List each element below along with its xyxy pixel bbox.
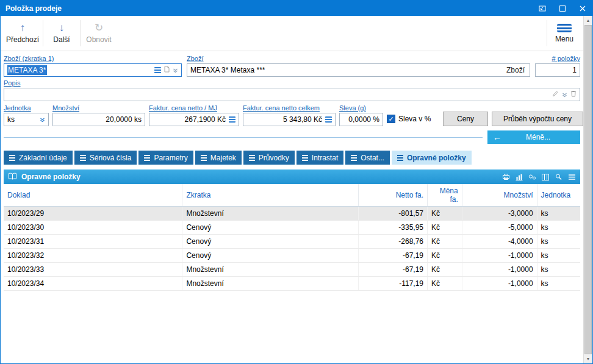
scroll-up-button[interactable]: ▲ <box>584 16 592 25</box>
scrollbar-thumb[interactable] <box>584 25 592 354</box>
edit-pencil-icon[interactable] <box>552 90 559 99</box>
mnozstvi-label[interactable]: Množství <box>52 104 79 112</box>
table-cell: -1,0000 <box>462 263 537 277</box>
columns-icon[interactable] <box>542 174 549 180</box>
dropdown-chevron-icon[interactable] <box>173 68 178 73</box>
zbozi-zkratka-input[interactable]: METAXA 3* <box>4 63 182 77</box>
chart-icon[interactable] <box>516 174 523 180</box>
table-cell: Množstevní <box>182 277 358 291</box>
table-cell: Kč <box>428 207 462 221</box>
tab-ostatni[interactable]: Ostat... <box>345 151 390 165</box>
column-header-jednotka[interactable]: Jednotka <box>537 184 580 207</box>
vertical-scrollbar[interactable]: ▲ ▼ <box>583 16 592 363</box>
tab-opravne-polozky[interactable]: Opravné položky <box>392 151 472 165</box>
jednotka-value: ks <box>7 115 15 124</box>
table-cell: ks <box>537 277 580 291</box>
menu-label: Menu <box>555 35 573 43</box>
zbozi-zkratka-label[interactable]: Zboží (zkratka 1) <box>4 55 54 62</box>
table-cell: -4,0000 <box>462 235 537 249</box>
table-cell: Množstevní <box>182 207 358 221</box>
price-calc-icon[interactable] <box>325 116 332 123</box>
tab-intrastat[interactable]: Intrastat <box>296 151 343 165</box>
pocet-polozek-input[interactable]: 1 <box>535 63 580 77</box>
toolbar-separator <box>80 20 81 46</box>
cena-mj-value: 267,1900 Kč <box>185 115 226 124</box>
catalog-icon[interactable] <box>154 67 161 73</box>
sleva-label[interactable]: Sleva (g) <box>339 104 366 112</box>
table-cell: Kč <box>428 221 462 235</box>
list-icon <box>80 155 86 161</box>
table-cell: ks <box>537 221 580 235</box>
tab-parametry[interactable]: Parametry <box>138 151 193 165</box>
mnozstvi-input[interactable]: 20,0000 ks <box>52 113 145 126</box>
combo-chevron-icon[interactable] <box>40 117 45 123</box>
tab-label: Parametry <box>154 154 187 162</box>
price-calc-icon[interactable] <box>229 116 235 123</box>
cena-mj-label[interactable]: Faktur. cena netto / MJ <box>149 104 217 112</box>
form-area: Zboží (zkratka 1) METAXA 3* Zboží <box>1 51 583 126</box>
tab-label: Ostat... <box>361 154 384 162</box>
column-header-netto-fa[interactable]: Netto fa. <box>358 184 427 207</box>
scroll-down-button[interactable]: ▼ <box>584 354 592 363</box>
search-settings-icon[interactable] <box>555 173 562 180</box>
dock-button[interactable] <box>532 1 552 16</box>
panel-menu-icon[interactable] <box>568 174 576 180</box>
table-row[interactable]: 10/2023/30Cenový-335,95Kč-5,0000ks <box>4 221 580 235</box>
ceny-button[interactable]: Ceny <box>443 112 488 126</box>
toolbar-separator <box>547 20 547 46</box>
tab-label: Základní údaje <box>19 154 67 162</box>
maximize-button[interactable] <box>552 1 572 16</box>
polozka-prodeje-window: Položka prodeje ↑ Předchozí ↓ Další <box>0 0 593 364</box>
zbozi-input[interactable]: METAXA 3* Metaxa *** Zboží <box>187 63 530 77</box>
sleva-v-procentech-label[interactable]: Sleva v % <box>398 115 431 123</box>
column-header-zkratka[interactable]: Zkratka <box>182 184 358 207</box>
table-row[interactable]: 10/2023/31Cenový-268,76Kč-4,0000ks <box>4 235 580 249</box>
table-cell: -801,57 <box>358 207 427 221</box>
tab-seriova-cisla[interactable]: Sériová čísla <box>74 151 137 165</box>
tab-zakladni-udaje[interactable]: Základní údaje <box>4 151 73 165</box>
next-button[interactable]: ↓ Další <box>44 18 79 49</box>
jednotka-combo[interactable]: ks <box>4 113 49 126</box>
zbozi-picker-button[interactable]: Zboží <box>505 66 527 74</box>
sleva-input[interactable]: 0,0000 % <box>339 113 383 126</box>
jednotka-label[interactable]: Jednotka <box>4 104 31 112</box>
table-row[interactable]: 10/2023/33Množstevní-67,19Kč-1,0000ks <box>4 263 580 277</box>
tab-pruvodky[interactable]: Průvodky <box>243 151 295 165</box>
table-cell: -67,19 <box>358 249 427 263</box>
prubeh-vypoctu-ceny-button[interactable]: Průběh výpočtu ceny <box>492 112 583 126</box>
sleva-v-procentech-checkbox[interactable]: ✓ <box>387 115 395 123</box>
table-row[interactable]: 10/2023/29Množstevní-801,57Kč-3,0000ks <box>4 207 580 221</box>
document-icon[interactable] <box>164 66 170 74</box>
column-header-mena-fa[interactable]: Měna fa. <box>428 184 462 207</box>
column-header-doklad[interactable]: Doklad <box>4 184 182 207</box>
popis-label[interactable]: Popis <box>4 79 21 87</box>
popis-chevron-icon[interactable] <box>562 92 567 98</box>
refresh-button[interactable]: ↻ Obnovit <box>81 18 117 49</box>
tab-majetek[interactable]: Majetek <box>195 151 242 165</box>
table-cell: -1,0000 <box>462 249 537 263</box>
zbozi-zkratka-value: METAXA 3* <box>7 65 47 75</box>
table-cell: ks <box>537 207 580 221</box>
cena-celkem-value: 5 343,80 Kč <box>283 115 322 124</box>
column-header-mnozstvi[interactable]: Množství <box>462 184 537 207</box>
gears-icon[interactable] <box>528 174 536 180</box>
table-cell: 10/2023/33 <box>4 263 182 277</box>
cena-celkem-label[interactable]: Faktur. cena netto celkem <box>243 104 320 112</box>
trash-icon[interactable] <box>570 90 577 99</box>
table-row[interactable]: 10/2023/34Množstevní-117,19Kč-1,0000ks <box>4 277 580 291</box>
mene-button[interactable]: ← Méně... <box>487 130 580 144</box>
table-row[interactable]: 10/2023/32Cenový-67,19Kč-1,0000ks <box>4 249 580 263</box>
cena-celkem-input[interactable]: 5 343,80 Kč <box>243 113 336 126</box>
cena-mj-input[interactable]: 267,1900 Kč <box>149 113 239 126</box>
collapse-row: ← Méně... <box>1 126 583 144</box>
popis-input[interactable] <box>4 88 580 101</box>
zbozi-label[interactable]: Zboží <box>187 55 204 62</box>
list-icon <box>144 155 150 161</box>
print-icon[interactable] <box>502 173 510 180</box>
opravne-polozky-grid: Doklad Zkratka Netto fa. Měna fa. Množst… <box>4 184 580 291</box>
close-button[interactable] <box>572 1 592 16</box>
tab-label: Intrastat <box>312 154 338 162</box>
menu-button[interactable]: Menu <box>548 18 581 49</box>
table-cell: -3,0000 <box>462 207 537 221</box>
previous-button[interactable]: ↑ Předchozí <box>3 18 42 49</box>
